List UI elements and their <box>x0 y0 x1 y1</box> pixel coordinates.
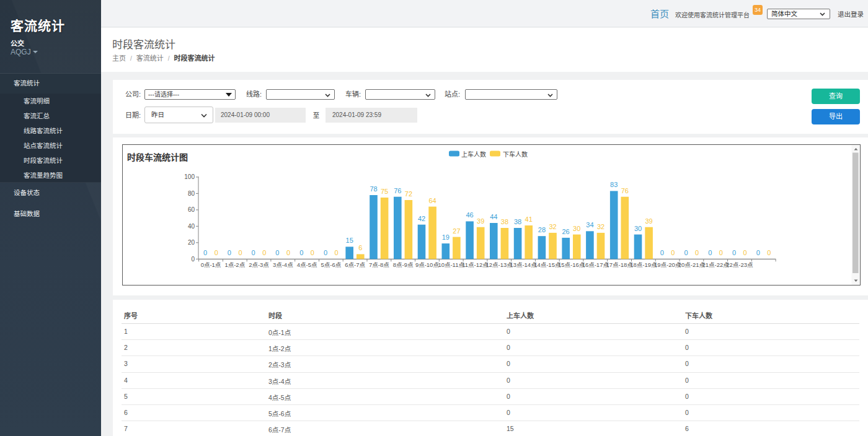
svg-text:28: 28 <box>538 226 546 233</box>
svg-text:1点-2点: 1点-2点 <box>224 261 245 268</box>
svg-text:0: 0 <box>708 249 712 256</box>
svg-text:上车人数: 上车人数 <box>461 150 486 158</box>
svg-text:0: 0 <box>262 249 266 256</box>
svg-text:20: 20 <box>188 239 195 246</box>
svg-text:17点-18点: 17点-18点 <box>606 261 633 268</box>
svg-text:78: 78 <box>370 185 377 193</box>
svg-text:时段车流统计图: 时段车流统计图 <box>127 152 188 162</box>
svg-text:0: 0 <box>252 249 255 256</box>
svg-text:0: 0 <box>203 249 207 256</box>
svg-text:40: 40 <box>188 223 195 230</box>
svg-text:76: 76 <box>394 187 401 194</box>
svg-text:11点-12点: 11点-12点 <box>462 261 489 268</box>
svg-text:0: 0 <box>695 249 699 256</box>
svg-text:38: 38 <box>514 218 521 225</box>
svg-text:20点-21点: 20点-21点 <box>678 261 706 268</box>
svg-text:6点-7点: 6点-7点 <box>345 261 365 268</box>
svg-text:41: 41 <box>525 216 533 223</box>
svg-text:5点-6点: 5点-6点 <box>321 261 342 268</box>
svg-text:0: 0 <box>191 256 195 263</box>
svg-text:19点-20点: 19点-20点 <box>654 261 681 268</box>
svg-text:42: 42 <box>418 215 425 222</box>
svg-text:0: 0 <box>238 249 242 256</box>
svg-text:22点-23点: 22点-23点 <box>726 261 753 268</box>
svg-text:3点-4点: 3点-4点 <box>273 261 293 268</box>
svg-text:15: 15 <box>346 237 353 244</box>
svg-text:0点-1点: 0点-1点 <box>201 261 221 268</box>
svg-text:18点-19点: 18点-19点 <box>630 261 657 268</box>
svg-text:21点-22点: 21点-22点 <box>702 261 730 268</box>
svg-text:0: 0 <box>719 249 723 256</box>
svg-text:15点-16点: 15点-16点 <box>558 261 585 268</box>
svg-text:75: 75 <box>381 188 388 195</box>
svg-text:27: 27 <box>453 227 460 235</box>
svg-text:13点-14点: 13点-14点 <box>510 261 537 268</box>
svg-text:0: 0 <box>671 249 675 256</box>
svg-text:60: 60 <box>188 206 195 213</box>
svg-text:12点-13点: 12点-13点 <box>486 261 513 268</box>
svg-text:26: 26 <box>562 228 569 235</box>
svg-text:0: 0 <box>311 249 314 256</box>
svg-text:10点-11点: 10点-11点 <box>438 261 464 268</box>
svg-text:0: 0 <box>756 249 760 256</box>
svg-text:39: 39 <box>477 217 484 225</box>
svg-text:39: 39 <box>645 217 652 225</box>
svg-text:14点-15点: 14点-15点 <box>534 261 561 268</box>
svg-text:下车人数: 下车人数 <box>503 150 528 158</box>
svg-text:44: 44 <box>490 213 497 220</box>
svg-text:0: 0 <box>228 249 231 256</box>
svg-text:2点-3点: 2点-3点 <box>249 261 269 268</box>
svg-text:19: 19 <box>442 233 450 241</box>
svg-text:0: 0 <box>275 249 279 256</box>
svg-text:0: 0 <box>286 249 290 256</box>
svg-text:32: 32 <box>597 223 604 230</box>
svg-text:0: 0 <box>732 249 736 256</box>
svg-text:16点-17点: 16点-17点 <box>582 261 609 268</box>
svg-text:30: 30 <box>634 225 642 232</box>
svg-text:8点-9点: 8点-9点 <box>393 261 414 268</box>
svg-text:0: 0 <box>684 249 688 256</box>
svg-text:0: 0 <box>767 249 771 256</box>
svg-text:32: 32 <box>549 223 556 230</box>
svg-text:80: 80 <box>188 190 195 197</box>
svg-text:100: 100 <box>184 173 195 180</box>
svg-text:30: 30 <box>573 225 580 232</box>
svg-text:46: 46 <box>466 211 473 219</box>
svg-text:6: 6 <box>358 244 362 251</box>
svg-text:0: 0 <box>743 249 747 256</box>
svg-text:83: 83 <box>610 181 618 188</box>
svg-text:7点-8点: 7点-8点 <box>369 261 389 268</box>
svg-text:9点-10点: 9点-10点 <box>415 261 440 268</box>
svg-text:0: 0 <box>324 249 327 256</box>
svg-text:34: 34 <box>586 221 593 229</box>
svg-text:38: 38 <box>501 218 508 225</box>
svg-text:0: 0 <box>335 249 339 256</box>
svg-text:0: 0 <box>299 249 303 256</box>
svg-text:72: 72 <box>405 190 412 198</box>
svg-text:0: 0 <box>660 249 664 256</box>
svg-text:0: 0 <box>215 249 218 256</box>
svg-text:64: 64 <box>428 197 436 204</box>
svg-text:76: 76 <box>621 187 629 194</box>
svg-text:4点-5点: 4点-5点 <box>297 261 317 268</box>
